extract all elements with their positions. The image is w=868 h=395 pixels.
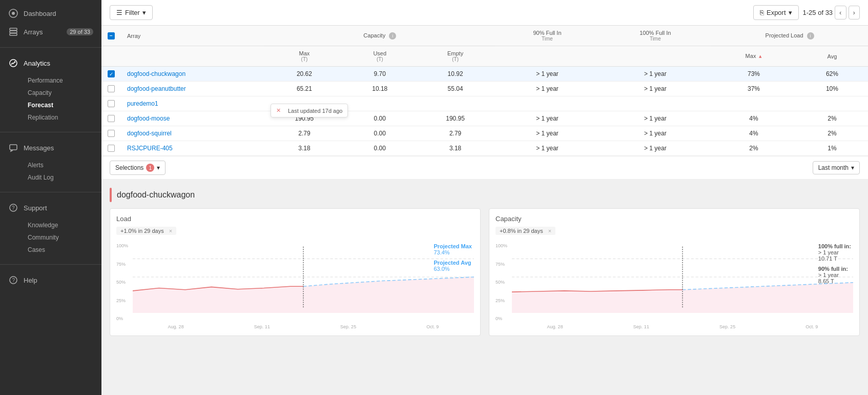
full90-cell: > 1 year <box>495 82 600 96</box>
toolbar-left: ☰ Filter ▾ <box>110 5 153 20</box>
full90-cell: > 1 year <box>495 67 600 82</box>
export-button[interactable]: ⎘ Export ▾ <box>753 5 799 20</box>
array-name-cell[interactable]: RSJCPURE-405 <box>121 141 264 156</box>
full90-cell: > 1 year <box>495 141 600 156</box>
used-cell: 0.00 <box>344 126 416 141</box>
row-checkbox[interactable] <box>108 145 115 152</box>
support-submenu: Knowledge Community Cases <box>0 217 101 258</box>
svg-text:?: ? <box>12 278 15 283</box>
table-subheader-proj-avg: Avg <box>796 46 868 67</box>
arrays-icon <box>8 27 18 37</box>
sidebar-item-arrays[interactable]: Arrays 29 of 33 <box>0 23 101 41</box>
sidebar-item-support[interactable]: ? Support <box>0 199 101 217</box>
row-checkbox[interactable] <box>108 85 115 92</box>
full90-value: 8.65 T <box>818 278 851 284</box>
table-subheader-proj-max: Max ▴ <box>711 46 796 67</box>
load-delta-close[interactable]: × <box>169 228 172 234</box>
svg-rect-2 <box>10 28 17 30</box>
period-select-button[interactable]: Last month ▾ <box>813 161 860 174</box>
select-all-checkbox[interactable] <box>108 32 115 40</box>
row-checkbox[interactable] <box>108 70 115 77</box>
row-checkbox[interactable] <box>108 100 115 107</box>
capacity-x-labels: Aug. 28 Sep. 11 Sep. 25 Oct. 9 <box>495 323 853 329</box>
max-cell: 3.18 <box>264 141 344 156</box>
array-name-cell[interactable]: puredemo1 <box>121 96 264 111</box>
full90-time: > 1 year <box>818 272 851 278</box>
prev-page-button[interactable]: ‹ <box>835 6 846 19</box>
array-name-cell[interactable]: dogfood-peanutbutter <box>121 82 264 96</box>
filter-chevron-icon: ▾ <box>142 9 146 16</box>
sidebar-item-forecast[interactable]: Forecast <box>24 99 101 111</box>
sidebar-item-audit-log[interactable]: Audit Log <box>24 171 101 184</box>
array-name-cell[interactable]: dogfood-chuckwagon <box>121 67 264 82</box>
full100-value: 10.71 T <box>818 255 851 262</box>
empty-cell: 2.79 <box>416 126 495 141</box>
proj-avg-cell: 2% <box>796 111 868 126</box>
projected-max-value: 73.4% <box>433 249 472 255</box>
svg-point-1 <box>12 12 15 15</box>
load-x-labels: Aug. 28 Sep. 11 Sep. 25 Oct. 9 <box>116 323 474 329</box>
arrays-badge: 29 of 33 <box>67 28 93 35</box>
sidebar-item-capacity[interactable]: Capacity <box>24 87 101 99</box>
sidebar-item-alerts[interactable]: Alerts <box>24 159 101 171</box>
proj-max-cell: 37% <box>711 82 796 96</box>
row-checkbox-cell <box>101 141 121 156</box>
table-row: dogfood-peanutbutter65.2110.1855.04> 1 y… <box>101 82 868 96</box>
sort-icon: ▴ <box>759 53 762 59</box>
tooltip-close[interactable]: ✕ <box>276 107 281 114</box>
charts-row: Load +1.0% in 29 days × 100% 75% 50% 25%… <box>110 208 860 336</box>
row-checkbox[interactable] <box>108 115 115 122</box>
table-subheader-check <box>101 46 121 67</box>
sidebar-item-messages[interactable]: Messages <box>0 139 101 157</box>
row-checkbox[interactable] <box>108 130 115 137</box>
sidebar-item-help[interactable]: ? Help <box>0 271 101 289</box>
sidebar-item-dashboard[interactable]: Dashboard <box>0 4 101 23</box>
array-name-cell[interactable]: dogfood-moose <box>121 111 264 126</box>
table-subheader-used: Used (T) <box>344 46 416 67</box>
load-chart-svg <box>133 241 474 313</box>
array-name-cell[interactable]: dogfood-squirrel <box>121 126 264 141</box>
chart-title-bar: dogfood-chuckwagon <box>110 188 860 202</box>
capacity-delta-close[interactable]: × <box>548 228 551 234</box>
table-header-full90: 90% Full In Time <box>495 26 600 46</box>
full90-cell: > 1 year <box>495 111 600 126</box>
filter-icon: ☰ <box>116 9 122 16</box>
table-header-projected-group: Projected Load i <box>711 26 868 46</box>
proj-avg-cell: 2% <box>796 126 868 141</box>
table-row: puredemo1✕Last updated 17d ago <box>101 96 868 111</box>
full100-label: 100% full in: <box>818 243 851 249</box>
table-subheader-empty: Empty (T) <box>416 46 495 67</box>
table-header-array: Array <box>121 26 264 46</box>
capacity-chart-card: Capacity +0.8% in 29 days × 100% 75% 50%… <box>489 208 860 336</box>
table-subheader-max: Max (T) <box>264 46 344 67</box>
table-header-capacity-group: Capacity i <box>264 26 495 46</box>
sidebar-item-replication[interactable]: Replication <box>24 111 101 124</box>
sidebar-item-cases[interactable]: Cases <box>24 244 101 256</box>
full100-time: > 1 year <box>818 249 851 255</box>
sidebar-item-analytics[interactable]: Analytics <box>0 54 101 72</box>
export-icon: ⎘ <box>760 9 764 16</box>
sidebar-item-knowledge[interactable]: Knowledge <box>24 219 101 231</box>
empty-cell: 3.18 <box>416 141 495 156</box>
dashboard-icon <box>8 8 18 18</box>
sidebar-item-performance[interactable]: Performance <box>24 74 101 87</box>
used-cell: 10.18 <box>344 82 416 96</box>
sidebar-item-community[interactable]: Community <box>24 231 101 244</box>
projected-max-label: Projected Max <box>433 243 472 249</box>
table-subheader-full100 <box>599 46 711 67</box>
chart-title-accent <box>110 188 112 202</box>
capacity-right-legend: 100% full in: > 1 year 10.71 T 90% full … <box>818 243 851 284</box>
capacity-chart-svg <box>512 241 853 313</box>
selections-button[interactable]: Selections 1 ▾ <box>110 161 166 175</box>
empty-cell: 55.04 <box>416 82 495 96</box>
filter-button[interactable]: ☰ Filter ▾ <box>110 5 153 20</box>
support-icon: ? <box>8 203 18 213</box>
tooltip-cell: ✕Last updated 17d ago <box>264 96 868 111</box>
table-header-checkbox[interactable] <box>101 26 121 46</box>
proj-max-cell: 4% <box>711 111 796 126</box>
main-content: ☰ Filter ▾ ⎘ Export ▾ 1-25 of 33 ‹ › <box>101 0 868 395</box>
capacity-chart-area: 100% 75% 50% 25% 0% <box>495 241 853 323</box>
selections-bar: Selections 1 ▾ Last month ▾ <box>101 156 868 180</box>
selections-chevron-icon: ▾ <box>157 164 160 171</box>
next-page-button[interactable]: › <box>849 6 860 19</box>
